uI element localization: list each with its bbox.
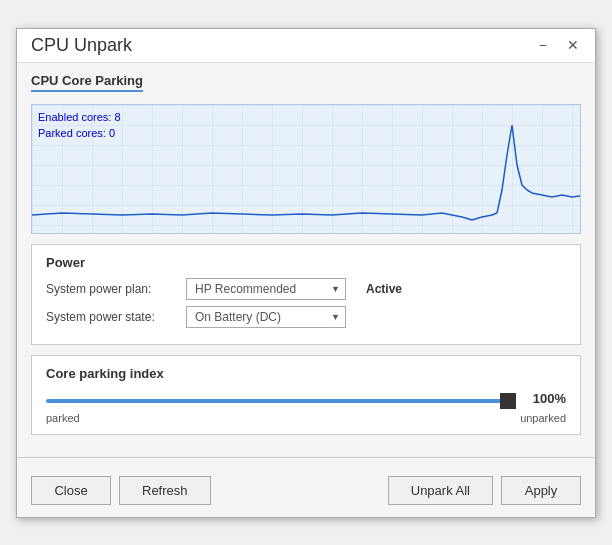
enabled-cores-label: Enabled cores: xyxy=(38,111,111,123)
unpark-all-button[interactable]: Unpark All xyxy=(388,476,493,505)
parking-section: Core parking index 100% parked unparked xyxy=(31,355,581,435)
parked-cores-text: Parked cores: 0 xyxy=(38,125,121,142)
window-controls: − ✕ xyxy=(533,36,585,54)
close-button[interactable]: ✕ xyxy=(561,36,585,54)
power-state-label: System power state: xyxy=(46,310,176,324)
chart-info: Enabled cores: 8 Parked cores: 0 xyxy=(38,109,121,142)
main-window: CPU Unpark − ✕ CPU Core Parking xyxy=(16,28,596,518)
content-area: CPU Core Parking Enabled cores: 8 xyxy=(17,63,595,457)
power-section: Power System power plan: HP Recommended … xyxy=(31,244,581,345)
slider-label-right: unparked xyxy=(520,412,566,424)
power-plan-row: System power plan: HP Recommended Balanc… xyxy=(46,278,566,300)
window-title: CPU Unpark xyxy=(31,35,132,56)
slider-row: 100% xyxy=(46,391,566,406)
footer-left-buttons: Close Refresh xyxy=(31,476,211,505)
power-plan-label: System power plan: xyxy=(46,282,176,296)
power-plan-select[interactable]: HP Recommended Balanced High Performance… xyxy=(186,278,346,300)
slider-label-left: parked xyxy=(46,412,80,424)
minimize-button[interactable]: − xyxy=(533,36,553,54)
power-state-row: System power state: On Battery (DC) Plug… xyxy=(46,306,566,328)
enabled-cores-text: Enabled cores: 8 xyxy=(38,109,121,126)
power-state-select-wrapper: On Battery (DC) Plugged In (AC) xyxy=(186,306,346,328)
apply-button[interactable]: Apply xyxy=(501,476,581,505)
active-badge: Active xyxy=(366,282,402,296)
close-button[interactable]: Close xyxy=(31,476,111,505)
cpu-chart: Enabled cores: 8 Parked cores: 0 xyxy=(31,104,581,234)
parked-cores-label: Parked cores: xyxy=(38,127,106,139)
footer-right-buttons: Unpark All Apply xyxy=(388,476,581,505)
footer: Close Refresh Unpark All Apply xyxy=(17,468,595,517)
parking-section-title: Core parking index xyxy=(46,366,566,381)
power-section-title: Power xyxy=(46,255,566,270)
parked-cores-value: 0 xyxy=(109,127,115,139)
refresh-button[interactable]: Refresh xyxy=(119,476,211,505)
footer-divider xyxy=(17,457,595,458)
slider-value-label: 100% xyxy=(526,391,566,406)
power-state-select[interactable]: On Battery (DC) Plugged In (AC) xyxy=(186,306,346,328)
parking-slider[interactable] xyxy=(46,399,516,403)
cpu-core-parking-title: CPU Core Parking xyxy=(31,73,143,92)
power-plan-select-wrapper: HP Recommended Balanced High Performance… xyxy=(186,278,346,300)
slider-labels: parked unparked xyxy=(46,412,566,424)
title-bar: CPU Unpark − ✕ xyxy=(17,29,595,63)
enabled-cores-value: 8 xyxy=(114,111,120,123)
slider-container xyxy=(46,391,516,406)
